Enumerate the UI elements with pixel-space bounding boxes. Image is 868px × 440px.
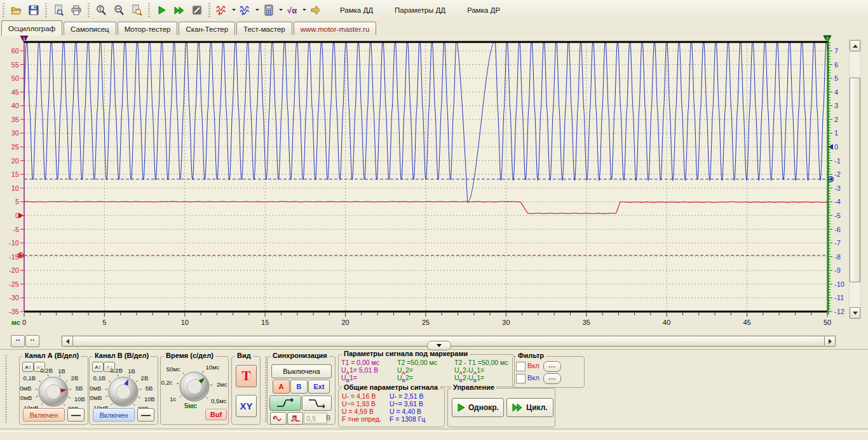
sync-off-button[interactable]: Выключена [271, 364, 332, 378]
filter-b-settings-button[interactable]: ... [543, 373, 561, 384]
calculator-button[interactable] [261, 2, 277, 18]
scroll-up-button[interactable] [850, 40, 860, 52]
general-param-value-a: U- = 4,16 В [342, 392, 376, 400]
toolbar-grip[interactable] [3, 3, 4, 17]
knob-scale-label: 5В [146, 385, 153, 392]
print-preview-button[interactable] [50, 2, 67, 18]
main-toolbar: √α Рамка ДДПараметры ДДРамка ДР [0, 0, 868, 20]
right-axis-tick-label: -10 [834, 280, 844, 288]
print-button[interactable] [68, 2, 85, 18]
right-axis-tick-label: 3 [834, 102, 838, 109]
tab-скан-тестер[interactable]: Скан-Тестер [179, 22, 235, 35]
menu-item-3[interactable]: Рамка ДР [461, 4, 506, 17]
tab-осциллограф[interactable]: Осциллограф [1, 20, 62, 36]
oscilloscope-panel: 12605550454035302520151050-5-10-15-20-25… [0, 35, 868, 348]
left-axis-tick-label: 10 [11, 184, 19, 192]
right-axis-tick-label: -1 [834, 157, 841, 165]
wave-blue-button[interactable] [237, 2, 254, 18]
panel-collapse-button[interactable] [427, 341, 451, 350]
save-icon [28, 4, 39, 16]
general-param-value-b: U~= 3,61 В [390, 400, 423, 408]
vertical-scrollbar[interactable] [849, 39, 861, 319]
zoom-page-icon [131, 4, 142, 16]
left-axis-tick-label: 40 [11, 102, 19, 109]
scroll-down-button[interactable] [850, 307, 860, 319]
right-axis-tick-label: -2 [834, 170, 841, 178]
marker-param-value: Т1 = 0,00 мс [341, 359, 379, 366]
right-axis-tick-label: -5 [834, 212, 841, 219]
svg-text:1: 1 [23, 36, 26, 42]
wave-red-button[interactable] [214, 2, 230, 18]
sqrt-alpha-button[interactable]: √α [284, 2, 301, 18]
menu-item-1[interactable]: Рамка ДД [334, 4, 379, 17]
sync-mode-wave-button[interactable] [270, 412, 287, 425]
toolbar-separator [88, 3, 90, 17]
open-icon [10, 4, 22, 16]
edit-icon [191, 4, 203, 16]
left-axis-tick-label: 35 [11, 116, 19, 123]
save-button[interactable] [25, 2, 42, 18]
filter-group: Фильтр Вкл ... Вкл ... [512, 356, 585, 388]
knob-scale-label: 0,1В [23, 375, 36, 382]
cycle-run-label: Цикл. [526, 403, 547, 412]
tab-мотор-тестер[interactable]: Мотор-тестер [118, 22, 178, 35]
edit-button[interactable] [189, 2, 205, 18]
channel-b-minus-button[interactable]: — [137, 408, 154, 422]
knob-scale-label: 5В [76, 385, 83, 392]
zoom-vertical-button[interactable] [93, 2, 109, 18]
marker-button-red[interactable]: .. [25, 335, 39, 347]
open-button[interactable] [8, 2, 24, 18]
filter-a-settings-button[interactable]: ... [543, 361, 561, 372]
left-axis-tick-label: 25 [11, 143, 19, 151]
time-axis-tick-label: 45 [743, 319, 750, 326]
channel-a-title: Канал А (В/дел) [23, 352, 81, 359]
sound-button[interactable] [308, 2, 324, 18]
wave-red-dropdown[interactable] [231, 3, 236, 18]
sqrt-alpha-dropdown[interactable] [301, 3, 307, 18]
channel-b-power-button[interactable]: Включен [93, 408, 135, 422]
view-t-button[interactable]: T [236, 365, 257, 387]
marker-param-value: UВ2-UВ1= [454, 374, 484, 383]
sync-falling-edge-button[interactable] [302, 395, 332, 411]
zoom-page-button[interactable] [128, 2, 145, 18]
channel-a-power-button[interactable]: Включен [23, 408, 65, 422]
sync-rising-edge-button[interactable] [269, 395, 301, 411]
scroll-left-button[interactable] [62, 336, 73, 347]
filter-b-checkbox[interactable] [516, 374, 526, 383]
play-button[interactable] [153, 2, 170, 18]
knob-scale-label: 0,2В [40, 368, 53, 374]
sync-source-b-button[interactable]: В [290, 380, 308, 394]
tab-тест-мастер[interactable]: Тест-мастер [236, 22, 292, 35]
general-params-title: Общие параметры сигнала [342, 383, 440, 391]
vertical-scrollbar-thumb[interactable] [850, 78, 860, 282]
tab-самописец[interactable]: Самописец [64, 22, 116, 35]
menu-item-2[interactable]: Параметры ДД [388, 4, 452, 17]
sync-source-ext-button[interactable]: Ext [308, 380, 330, 394]
controls-grip[interactable] [5, 355, 7, 424]
tab-www.motor-master.ru[interactable]: www.motor-master.ru [294, 22, 377, 35]
buffer-button[interactable]: Buf [205, 409, 227, 420]
knob-scale-label: 10мс [206, 364, 220, 371]
channel-a-group: Канал А (В/дел) А↕ А↕ 10мВ20мВ50мВ0,1В0,… [19, 356, 88, 425]
play-all-icon [512, 403, 523, 412]
wave-blue-dropdown[interactable] [254, 3, 260, 18]
zoom-horizontal-button[interactable] [111, 2, 127, 18]
cycle-run-button[interactable]: Цикл. [506, 398, 553, 417]
channel-a-minus-button[interactable]: — [67, 408, 85, 422]
sync-mode-pulse-button[interactable] [287, 412, 303, 425]
time-axis-tick-label: 5 [102, 319, 106, 326]
calculator-dropdown[interactable] [278, 3, 283, 18]
play-all-button[interactable] [171, 2, 187, 18]
arrow-up-icon [853, 42, 858, 48]
scroll-right-button[interactable] [824, 336, 836, 347]
single-run-button[interactable]: Однокр. [452, 398, 504, 417]
channel-b-group: Канал B (В/дел) А↕ А↕ 10мВ20мВ50мВ0,1В0,… [89, 356, 158, 425]
view-xy-button[interactable]: XY [236, 395, 257, 417]
filter-a-checkbox[interactable] [516, 362, 526, 371]
marker-button-blue[interactable]: .. [11, 335, 25, 347]
right-axis-tick-label: -11 [834, 294, 844, 301]
right-axis-tick-label: 4 [834, 88, 838, 96]
sync-source-a-button[interactable]: А [273, 380, 290, 394]
sync-level-input[interactable]: 0,5 [304, 413, 327, 423]
right-axis-tick-label: 0 [834, 143, 838, 151]
